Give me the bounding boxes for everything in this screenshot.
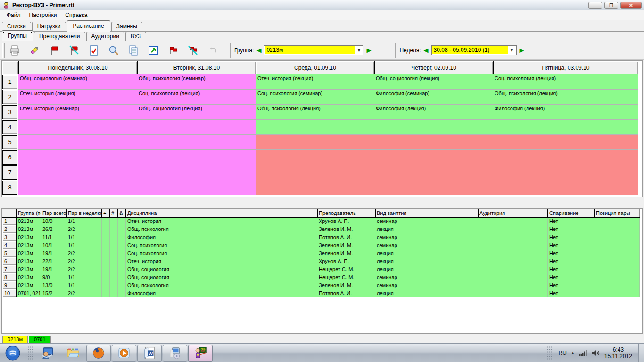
row-number[interactable]: 9: [2, 281, 17, 289]
copy-icon[interactable]: [125, 43, 141, 58]
flags-icon[interactable]: [165, 43, 181, 58]
sub-tab-1[interactable]: Преподаватели: [34, 32, 85, 41]
schedule-cell[interactable]: [137, 135, 256, 150]
table-row[interactable]: 60213м22/12/2Отеч. историяХрунов А. П.ле…: [2, 257, 640, 265]
group-combobox[interactable]: 0213м ▼: [264, 45, 363, 55]
schedule-cell[interactable]: Общ. социология (лекция): [137, 105, 256, 120]
schedule-cell[interactable]: [137, 165, 256, 180]
media-player[interactable]: [112, 345, 136, 362]
row-number[interactable]: 5: [2, 249, 17, 257]
column-header-4[interactable]: +: [102, 209, 110, 217]
restore-button[interactable]: ❐: [604, 2, 618, 9]
week-prev-icon[interactable]: ◀: [424, 47, 429, 53]
row-number[interactable]: 10: [2, 289, 17, 297]
column-header-2[interactable]: Пар всего: [41, 209, 66, 217]
flag-off-icon[interactable]: [66, 43, 82, 58]
schedule-cell[interactable]: Общ. психология (лекция): [493, 90, 638, 105]
column-header-9[interactable]: Вид занятия: [375, 209, 478, 217]
pair-number-4[interactable]: 4: [2, 120, 17, 134]
schedule-cell[interactable]: Отеч. история (лекция): [256, 74, 374, 90]
schedule-cell[interactable]: [256, 120, 374, 135]
row-number[interactable]: 2: [2, 225, 17, 233]
taskbar-grip[interactable]: [27, 346, 33, 360]
schedule-cell[interactable]: [493, 165, 638, 180]
schedule-cell[interactable]: [256, 150, 374, 165]
schedule-cell[interactable]: [374, 180, 493, 195]
menu-item-0[interactable]: Файл: [2, 11, 25, 19]
schedule-cell[interactable]: [137, 120, 256, 135]
schedule-cell[interactable]: [18, 150, 137, 165]
menu-item-2[interactable]: Справка: [61, 11, 91, 19]
week-next-icon[interactable]: ▶: [520, 47, 524, 53]
week-combobox[interactable]: 30.08 - 05.09.2010 (1) ▼: [431, 45, 517, 55]
column-header-1[interactable]: Группа (поток): [17, 209, 41, 217]
group-prev-icon[interactable]: ◀: [256, 47, 261, 53]
print-icon[interactable]: [7, 43, 23, 58]
table-row[interactable]: 40213м10/11/1Соц. психологияЗеленов И. М…: [2, 241, 640, 249]
bottom-tab-0[interactable]: 0213м: [2, 336, 28, 343]
main-tab-2[interactable]: Расписание: [67, 20, 110, 32]
schedule-cell[interactable]: Общ. психология (лекция): [256, 105, 374, 120]
pair-number-5[interactable]: 5: [2, 135, 17, 149]
pair-number-8[interactable]: 8: [2, 181, 17, 195]
show-desktop-button[interactable]: [638, 344, 644, 362]
main-tab-0[interactable]: Списки: [2, 22, 31, 31]
table-row[interactable]: 70213м19/12/2Общ. социологияНещерет С. М…: [2, 265, 640, 273]
group-next-icon[interactable]: ▶: [366, 47, 371, 53]
export-icon[interactable]: [145, 43, 161, 58]
eraser-icon[interactable]: [26, 43, 42, 58]
table-row[interactable]: 30213м11/11/1ФилософияПотапов А. И.семин…: [2, 233, 640, 241]
schedule-cell[interactable]: Отеч. история (семинар): [18, 105, 137, 120]
sub-tab-0[interactable]: Группы: [2, 30, 33, 41]
schedule-cell[interactable]: Отеч. история (лекция): [18, 90, 137, 105]
table-row[interactable]: 50213м19/12/2Соц. психологияЗеленов И. М…: [2, 249, 640, 257]
schedule-cell[interactable]: [18, 165, 137, 180]
schedule-cell[interactable]: [18, 135, 137, 150]
pair-number-3[interactable]: 3: [2, 105, 17, 119]
schedule-cell[interactable]: Философия (лекция): [493, 105, 638, 120]
table-row[interactable]: 20213м26/22/2Общ. психологияЗеленов И. М…: [2, 225, 640, 233]
column-header-8[interactable]: Преподаватель: [317, 209, 375, 217]
schedule-cell[interactable]: [18, 180, 137, 195]
schedule-cell[interactable]: [493, 135, 638, 150]
schedule-cell[interactable]: Соц. психология (лекция): [137, 90, 256, 105]
show-hidden-icons-icon[interactable]: ▲: [571, 351, 575, 355]
schedule-cell[interactable]: Философия (семинар): [374, 90, 493, 105]
row-number[interactable]: 1: [2, 217, 17, 225]
main-tab-3[interactable]: Замены: [111, 22, 142, 31]
schedule-cell[interactable]: [374, 150, 493, 165]
sub-tab-3[interactable]: ВУЗ: [125, 32, 146, 41]
pair-number-7[interactable]: 7: [2, 165, 17, 180]
language-indicator[interactable]: RU: [559, 350, 567, 356]
schedule-cell[interactable]: Философия (лекция): [374, 105, 493, 120]
flag-icon[interactable]: [46, 43, 62, 58]
schedule-cell[interactable]: [493, 150, 638, 165]
menu-item-1[interactable]: Настройки: [25, 11, 61, 19]
column-header-3[interactable]: Пар в неделю: [66, 209, 102, 217]
check-document-icon[interactable]: [86, 43, 102, 58]
schedule-cell[interactable]: [18, 120, 137, 135]
network-icon[interactable]: [579, 350, 587, 356]
column-header-5[interactable]: #: [110, 209, 118, 217]
word[interactable]: W: [137, 345, 162, 362]
minimize-button[interactable]: —: [588, 2, 602, 9]
volume-icon[interactable]: [592, 350, 600, 356]
schedule-cell[interactable]: Общ. социология (семинар): [18, 74, 137, 90]
schedule-cell[interactable]: [137, 150, 256, 165]
column-header-7[interactable]: Дисциплина: [126, 209, 317, 217]
table-row[interactable]: 100701, 0213м15/22/2ФилософияПотапов А. …: [2, 289, 640, 297]
row-number[interactable]: 7: [2, 265, 17, 273]
schedule-cell[interactable]: [374, 135, 493, 150]
pair-number-1[interactable]: 1: [2, 75, 17, 89]
schedule-cell[interactable]: Соц. психология (лекция): [493, 74, 638, 90]
schedule-cell[interactable]: [256, 180, 374, 195]
table-row[interactable]: 90213м13/01/1Общ. психологияЗеленов И. М…: [2, 281, 640, 289]
table-row[interactable]: 10213м10/01/1Отеч. историяХрунов А. П.се…: [2, 217, 640, 225]
taskbar-clock[interactable]: 6:43 15.11.2012: [604, 346, 632, 360]
flags-off-icon[interactable]: [185, 43, 201, 58]
chevron-down-icon[interactable]: ▼: [508, 46, 516, 54]
pair-number-6[interactable]: 6: [2, 150, 17, 165]
close-button[interactable]: ✕: [620, 2, 642, 9]
table-row[interactable]: 80213м9/01/1Общ. социологияНещерет С. М.…: [2, 273, 640, 281]
row-number[interactable]: 3: [2, 233, 17, 241]
